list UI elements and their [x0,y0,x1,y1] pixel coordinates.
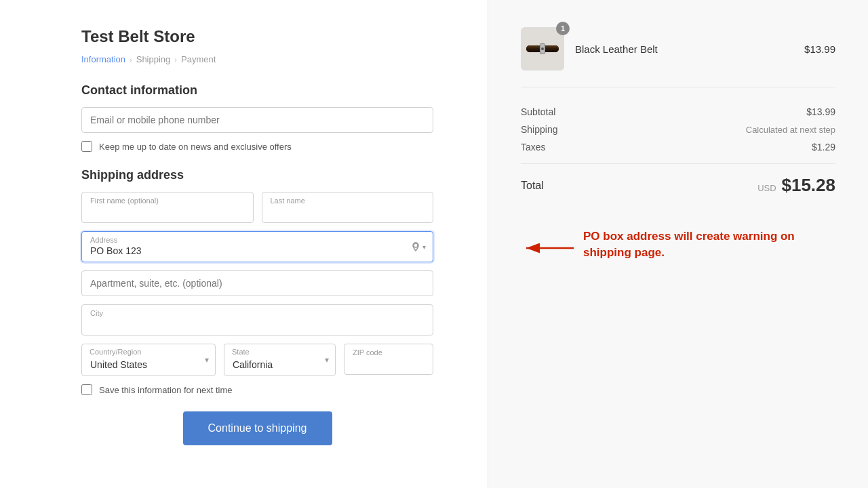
save-info-checkbox[interactable] [81,384,92,395]
total-amount: $15.28 [781,175,835,195]
annotation-text: PO box address will create warning on sh… [583,228,835,261]
state-select[interactable]: California Texas New York [224,344,336,376]
city-input[interactable] [90,319,425,329]
save-info-label: Save this information for next time [99,385,233,395]
country-select-wrapper: Country/Region United States Canada Unit… [81,344,216,376]
contact-section-title: Contact information [81,83,433,98]
first-name-label: First name (optional) [90,197,245,205]
total-label: Total [521,180,544,192]
breadcrumb-information[interactable]: Information [81,54,125,64]
shipping-value: Calculated at next step [746,125,835,135]
product-price: $13.99 [804,43,835,55]
zip-input[interactable] [353,358,425,369]
right-panel: 1 Black Leather Belt $13.99 Subtotal $13… [488,0,868,488]
apt-input[interactable] [81,270,433,296]
annotation-arrow [521,231,575,265]
last-name-group: Last name [262,192,434,223]
shipping-row: Shipping Calculated at next step [521,124,835,135]
address-field-wrapper: Address ▾ [81,231,433,262]
city-label: City [90,309,425,317]
first-name-input[interactable] [90,206,245,217]
country-select[interactable]: United States Canada United Kingdom [81,344,216,376]
address-input[interactable] [90,245,425,256]
subtotal-label: Subtotal [521,106,555,117]
product-row: 1 Black Leather Belt $13.99 [521,27,835,87]
taxes-row: Taxes $1.29 [521,142,835,152]
product-image-wrapper: 1 [521,27,564,70]
product-name: Black Leather Belt [575,43,793,55]
address-icon[interactable]: ▾ [410,241,426,252]
state-group: State California Texas New York ▾ [224,344,336,376]
breadcrumb: Information › Shipping › Payment [81,54,433,64]
save-info-row: Save this information for next time [81,384,433,395]
zip-field-wrapper: ZIP code [344,344,433,375]
svg-point-0 [414,243,418,247]
belt-image-svg [525,37,560,61]
city-field-wrapper: City [81,304,433,336]
subtotal-row: Subtotal $13.99 [521,106,835,117]
shipping-section-title: Shipping address [81,168,433,182]
address-label: Address [90,236,425,244]
apt-group [81,270,433,296]
total-currency: USD [757,183,776,193]
name-row: First name (optional) Last name [81,192,433,223]
zip-group: ZIP code [344,344,433,376]
shipping-label: Shipping [521,124,558,135]
first-name-group: First name (optional) [81,192,254,223]
newsletter-row: Keep me up to date on news and exclusive… [81,141,433,152]
address-group: Address ▾ [81,231,433,262]
left-panel: Test Belt Store Information › Shipping ›… [0,0,488,488]
newsletter-checkbox[interactable] [81,141,92,152]
store-title: Test Belt Store [81,27,433,46]
product-badge: 1 [556,22,570,35]
annotation-area: PO box address will create warning on sh… [521,228,835,265]
last-name-input[interactable] [271,206,425,217]
subtotal-value: $13.99 [806,106,835,117]
first-name-field-wrapper: First name (optional) [81,192,254,223]
total-row: Total USD $15.28 [521,163,835,196]
last-name-label: Last name [271,197,425,205]
product-image [521,27,564,70]
newsletter-label: Keep me up to date on news and exclusive… [99,142,292,152]
svg-point-5 [541,47,544,50]
breadcrumb-sep-1: › [130,56,132,64]
state-zip-row: Country/Region United States Canada Unit… [81,344,433,376]
taxes-value: $1.29 [812,142,835,152]
location-icon [410,241,421,252]
continue-button[interactable]: Continue to shipping [183,411,332,445]
taxes-label: Taxes [521,142,546,152]
state-select-wrapper: State California Texas New York ▾ [224,344,336,376]
total-amount-wrapper: USD $15.28 [757,175,835,196]
last-name-field-wrapper: Last name [262,192,434,223]
city-group: City [81,304,433,336]
breadcrumb-sep-2: › [174,56,177,64]
breadcrumb-shipping[interactable]: Shipping [136,54,171,64]
email-input[interactable] [81,107,433,133]
country-group: Country/Region United States Canada Unit… [81,344,216,376]
email-field-group [81,107,433,133]
breadcrumb-payment[interactable]: Payment [181,54,216,64]
zip-label: ZIP code [353,348,425,357]
